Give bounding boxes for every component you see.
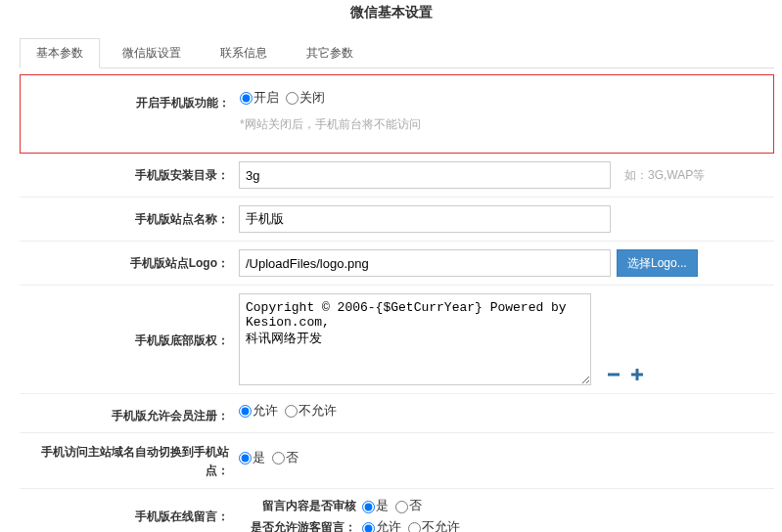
guestbook-guest-label: 是否允许游客留言： (239, 519, 362, 532)
auto-switch-yes-radio[interactable] (239, 452, 252, 465)
tab-basic[interactable]: 基本参数 (20, 38, 100, 68)
site-logo-input[interactable] (239, 249, 611, 277)
minus-icon[interactable] (605, 366, 622, 383)
install-dir-input[interactable] (239, 161, 611, 189)
allow-reg-yes-radio[interactable] (239, 405, 252, 418)
site-name-input[interactable] (239, 205, 611, 233)
install-dir-hint: 如：3G,WAP等 (624, 167, 705, 184)
guestbook-guest-yes-radio[interactable] (362, 522, 375, 532)
allow-reg-no-label: 不允许 (299, 403, 337, 418)
footer-copy-label: 手机版底部版权： (20, 293, 239, 349)
site-name-label: 手机版站点名称： (20, 205, 239, 228)
auto-switch-no-radio[interactable] (272, 452, 285, 465)
auto-switch-label: 手机访问主站域名自动切换到手机站点： (20, 441, 239, 480)
choose-logo-button[interactable]: 选择Logo... (617, 249, 698, 277)
tab-contact[interactable]: 联系信息 (204, 38, 284, 68)
tab-wechat[interactable]: 微信版设置 (106, 38, 198, 68)
allow-reg-label: 手机版允许会员注册： (20, 402, 239, 424)
guestbook-guest-no-label: 不允许 (422, 519, 460, 532)
page-title: 微信基本设置 (0, 0, 782, 31)
guestbook-audit-label: 留言内容是否审核 (239, 498, 362, 514)
plus-icon[interactable] (628, 366, 646, 383)
mobile-feature-hint: *网站关闭后，手机前台将不能访问 (240, 116, 773, 133)
mobile-feature-off-radio[interactable] (286, 92, 299, 105)
footer-copy-textarea[interactable] (239, 293, 591, 385)
guestbook-audit-yes-label: 是 (376, 498, 389, 512)
guestbook-label: 手机版在线留言： (20, 497, 239, 525)
mobile-feature-highlight: 开启手机版功能： 开启 关闭 *网站关闭后，手机前台将不能访问 (20, 74, 774, 154)
mobile-feature-radio-group: 开启 关闭 (240, 89, 329, 107)
tab-other[interactable]: 其它参数 (290, 38, 370, 68)
guestbook-audit-yes-radio[interactable] (362, 501, 375, 513)
mobile-feature-label: 开启手机版功能： (21, 89, 240, 111)
guestbook-audit-no-label: 否 (409, 498, 422, 512)
allow-reg-yes-label: 允许 (253, 403, 278, 418)
install-dir-label: 手机版安装目录： (20, 161, 239, 184)
mobile-feature-off-label: 关闭 (299, 90, 325, 105)
auto-switch-yes-label: 是 (253, 450, 265, 465)
tabs: 基本参数 微信版设置 联系信息 其它参数 (20, 31, 774, 68)
mobile-feature-on-label: 开启 (253, 90, 279, 105)
allow-reg-no-radio[interactable] (285, 405, 298, 418)
guestbook-guest-no-radio[interactable] (408, 522, 421, 532)
site-logo-label: 手机版站点Logo： (20, 249, 239, 272)
mobile-feature-on-radio[interactable] (240, 92, 253, 105)
guestbook-audit-no-radio[interactable] (395, 501, 408, 513)
auto-switch-no-label: 否 (286, 450, 299, 465)
guestbook-guest-yes-label: 允许 (376, 519, 401, 532)
